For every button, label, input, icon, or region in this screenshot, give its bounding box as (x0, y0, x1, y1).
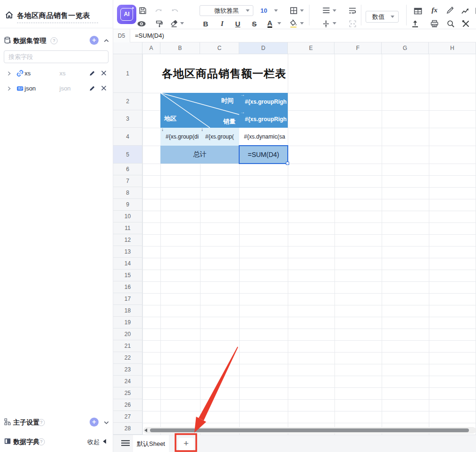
underline-button[interactable]: U (233, 19, 242, 28)
spreadsheet-grid[interactable]: ABCDEFGH 1234567891011121314151617181920… (113, 42, 476, 435)
dataset-item-xs[interactable]: xs xs (0, 67, 113, 80)
row-header-27[interactable]: 27 (113, 411, 142, 423)
ai-assistant-button[interactable]: AI ✦ (117, 5, 136, 24)
edit-pencil-icon[interactable] (89, 85, 96, 92)
row-header-21[interactable]: 21 (113, 340, 142, 352)
align-icon[interactable] (321, 6, 331, 15)
vertical-align-caret-icon[interactable] (333, 22, 336, 25)
row-header-2[interactable]: 2 (113, 93, 142, 110)
bold-button[interactable]: B (201, 19, 210, 28)
tools-icon[interactable] (461, 19, 470, 28)
row-header-6[interactable]: 6 (113, 164, 142, 175)
borders-icon[interactable] (289, 6, 298, 15)
fill-color-icon[interactable] (289, 19, 298, 28)
fill-color-caret-icon[interactable] (300, 22, 304, 25)
home-icon[interactable] (5, 10, 14, 19)
row-header-4[interactable]: 4 (113, 128, 142, 146)
font-color-button[interactable]: A (265, 19, 275, 28)
italic-button[interactable]: I (217, 19, 227, 28)
close-icon[interactable] (101, 70, 107, 76)
row-header-22[interactable]: 22 (113, 352, 142, 364)
scroll-left-icon[interactable] (144, 428, 147, 432)
search-fields-input[interactable] (4, 50, 109, 63)
row-header-23[interactable]: 23 (113, 364, 142, 376)
collapse-button[interactable]: 收起 (87, 438, 100, 446)
font-family-select[interactable]: 微软雅黑 (200, 5, 253, 16)
column-header-G[interactable]: G (382, 42, 429, 54)
vertical-align-icon[interactable] (321, 19, 331, 28)
dataset-help-icon[interactable]: ? (50, 37, 58, 44)
chevron-right-icon[interactable] (6, 71, 12, 76)
row-header-15[interactable]: 15 (113, 270, 142, 281)
close-icon[interactable] (101, 85, 107, 91)
wrap-text-icon[interactable] (348, 6, 357, 15)
add-master-child-button[interactable]: + (90, 418, 99, 427)
row-header-11[interactable]: 11 (113, 222, 142, 234)
chevron-right-icon[interactable] (6, 86, 12, 91)
save-icon[interactable] (138, 6, 147, 15)
row-header-16[interactable]: 16 (113, 281, 142, 293)
row-header-28[interactable]: 28 (113, 423, 142, 435)
row-header-17[interactable]: 17 (113, 293, 142, 305)
upload-icon[interactable] (410, 19, 420, 28)
design-pen-icon[interactable] (445, 6, 455, 15)
cell-d4-dynamic-expression[interactable]: #{xs.dynamic(sa (239, 128, 288, 146)
format-painter-icon[interactable] (154, 19, 164, 28)
row-header-18[interactable]: 18 (113, 305, 142, 317)
row-header-9[interactable]: 9 (113, 199, 142, 211)
cell-report-title[interactable]: 各地区商品销售额一栏表 (160, 54, 288, 93)
font-size-select[interactable]: 10 (260, 7, 267, 14)
row-header-12[interactable]: 12 (113, 234, 142, 246)
row-header-14[interactable]: 14 (113, 258, 142, 270)
font-color-caret-icon[interactable] (277, 22, 281, 25)
row-header-5[interactable]: 5 (113, 146, 142, 164)
column-header-D[interactable]: D (239, 42, 288, 54)
search-icon[interactable] (446, 19, 455, 28)
borders-caret-icon[interactable] (300, 9, 304, 12)
collapse-left-icon[interactable] (102, 438, 108, 444)
cell-c4-group-expression[interactable]: ↓ #{xs.group( (200, 128, 239, 146)
font-size-caret-icon[interactable] (274, 9, 278, 12)
page-title[interactable]: 各地区商品销售一览表 (17, 11, 98, 23)
chevron-down-icon[interactable] (103, 419, 109, 426)
chevron-up-icon[interactable] (103, 38, 109, 44)
chart-icon[interactable] (460, 6, 470, 16)
row-header-10[interactable]: 10 (113, 211, 142, 222)
sheet-menu-icon[interactable] (121, 439, 130, 447)
cell-reference-box[interactable]: D5 (113, 29, 130, 42)
column-header-C[interactable]: C (200, 42, 239, 54)
row-header-3[interactable]: 3 (113, 110, 142, 128)
add-dataset-button[interactable]: + (90, 36, 99, 45)
grid-corner-cell[interactable] (113, 42, 142, 54)
formula-input[interactable]: =SUM(D4) (135, 29, 164, 42)
eraser-icon[interactable] (169, 19, 179, 28)
column-header-H[interactable]: H (429, 42, 476, 54)
row-header-19[interactable]: 19 (113, 317, 142, 329)
dictionary-help-icon[interactable]: ? (38, 438, 45, 445)
row-header-20[interactable]: 20 (113, 329, 142, 340)
function-fx-button[interactable]: fx (430, 5, 439, 15)
master-child-help-icon[interactable]: ? (38, 419, 45, 426)
row-header-24[interactable]: 24 (113, 376, 142, 387)
edit-pencil-icon[interactable] (89, 70, 96, 77)
eraser-caret-icon[interactable] (180, 22, 184, 25)
row-header-1[interactable]: 1 (113, 54, 142, 93)
column-header-B[interactable]: B (160, 42, 200, 54)
insert-table-icon[interactable] (413, 6, 423, 16)
cell-d5-sum-formula[interactable]: =SUM(D4) (239, 146, 288, 164)
cell-b4-group-expression[interactable]: ↓ #{xs.group(di (160, 128, 200, 146)
sheet-tab-default[interactable]: 默认Sheet (133, 435, 169, 452)
align-caret-icon[interactable] (333, 9, 336, 12)
number-format-select[interactable]: 数值 (366, 11, 399, 23)
cell-d2-group-expression[interactable]: → #{xs.groupRigh (239, 93, 288, 110)
add-sheet-button[interactable]: + (178, 438, 194, 450)
horizontal-scrollbar[interactable] (143, 427, 476, 434)
row-header-8[interactable]: 8 (113, 187, 142, 199)
dataset-item-json[interactable]: json json (0, 82, 113, 95)
row-header-13[interactable]: 13 (113, 246, 142, 258)
row-header-26[interactable]: 26 (113, 399, 142, 411)
column-header-A[interactable]: A (142, 42, 160, 54)
row-header-25[interactable]: 25 (113, 387, 142, 399)
preview-eye-icon[interactable] (137, 19, 146, 28)
column-header-E[interactable]: E (288, 42, 334, 54)
